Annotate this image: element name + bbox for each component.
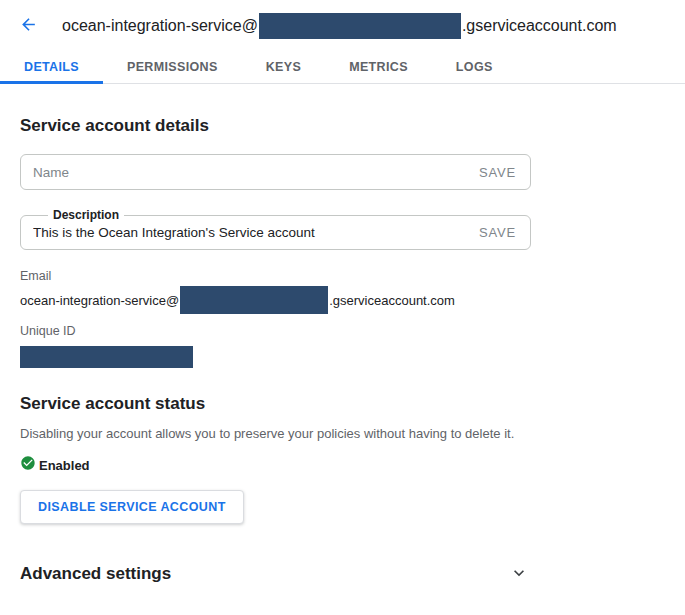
disable-service-account-button[interactable]: DISABLE SERVICE ACCOUNT bbox=[20, 490, 244, 524]
back-button[interactable] bbox=[16, 14, 40, 38]
page-title: ocean-integration-service@ .gserviceacco… bbox=[62, 13, 617, 39]
status-description: Disabling your account allows you to pre… bbox=[20, 426, 665, 441]
page-title-prefix: ocean-integration-service@ bbox=[62, 17, 258, 35]
name-input[interactable] bbox=[21, 165, 471, 180]
back-arrow-icon bbox=[19, 15, 38, 37]
redacted-email-project-id bbox=[180, 286, 328, 314]
tab-keys[interactable]: KEYS bbox=[242, 52, 325, 84]
chevron-down-icon bbox=[509, 563, 529, 586]
page-title-suffix: .gserviceaccount.com bbox=[462, 17, 617, 35]
email-value-suffix: .gserviceaccount.com bbox=[329, 293, 455, 308]
unique-id-label: Unique ID bbox=[20, 324, 665, 339]
status-section-heading: Service account status bbox=[20, 394, 665, 414]
status-row: Enabled bbox=[20, 455, 665, 475]
tab-bar: DETAILS PERMISSIONS KEYS METRICS LOGS bbox=[0, 52, 685, 84]
email-label: Email bbox=[20, 269, 665, 284]
tab-permissions[interactable]: PERMISSIONS bbox=[103, 52, 242, 84]
advanced-settings-expander[interactable] bbox=[507, 562, 531, 586]
advanced-settings-heading: Advanced settings bbox=[20, 564, 171, 584]
tab-logs[interactable]: LOGS bbox=[432, 52, 517, 84]
description-field-label: Description bbox=[48, 208, 124, 223]
email-value-prefix: ocean-integration-service@ bbox=[20, 293, 179, 308]
status-badge: Enabled bbox=[39, 458, 90, 473]
tab-details[interactable]: DETAILS bbox=[0, 52, 103, 84]
advanced-settings-row[interactable]: Advanced settings bbox=[20, 562, 531, 586]
details-section-heading: Service account details bbox=[20, 116, 665, 136]
check-circle-icon bbox=[20, 455, 36, 475]
name-field: SAVE bbox=[20, 154, 531, 190]
name-save-button[interactable]: SAVE bbox=[471, 165, 530, 180]
description-field: Description SAVE bbox=[20, 215, 531, 250]
redacted-project-id bbox=[259, 13, 461, 39]
redacted-unique-id bbox=[20, 346, 193, 368]
email-value: ocean-integration-service@ .gserviceacco… bbox=[20, 286, 665, 314]
description-input[interactable] bbox=[21, 225, 471, 240]
main-content: Service account details SAVE Description… bbox=[0, 116, 685, 586]
header: ocean-integration-service@ .gserviceacco… bbox=[0, 0, 685, 52]
tab-metrics[interactable]: METRICS bbox=[325, 52, 432, 84]
description-save-button[interactable]: SAVE bbox=[471, 225, 530, 240]
